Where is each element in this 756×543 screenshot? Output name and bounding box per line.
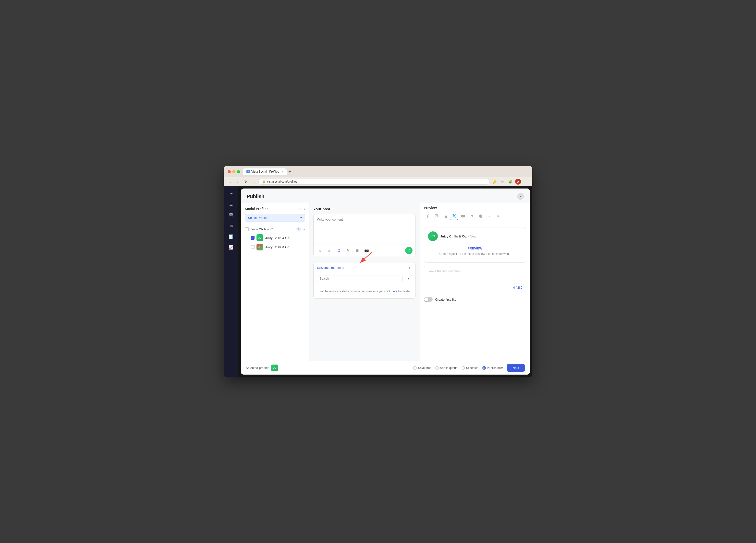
hashtag-button[interactable]: # bbox=[326, 247, 333, 254]
menu-icon[interactable]: ⋮ bbox=[523, 179, 529, 185]
preview-tab-youtube[interactable] bbox=[459, 212, 467, 220]
schedule-radio[interactable] bbox=[462, 366, 465, 370]
reload-button[interactable]: ↻ bbox=[243, 179, 249, 185]
mentions-search-input[interactable] bbox=[317, 275, 403, 282]
media-button[interactable]: ⊞ bbox=[354, 247, 361, 254]
profile-avatar-1: JC bbox=[256, 234, 263, 241]
mentions-title: Universal mentions bbox=[317, 266, 344, 270]
profiles-header: Social Profiles ⚌ ‹ bbox=[245, 207, 305, 211]
post-content-input[interactable] bbox=[314, 214, 415, 244]
comment-placeholder-text[interactable]: Leave the first comment bbox=[427, 269, 522, 284]
preview-tab-vimeo[interactable]: V bbox=[486, 212, 493, 220]
save-draft-option[interactable]: Save draft bbox=[413, 366, 431, 370]
save-draft-radio[interactable] bbox=[413, 366, 417, 370]
tab-close-icon[interactable]: × bbox=[281, 170, 283, 173]
browser-toolbar: ‹ › ↻ ⌂ 🔒 vistasocial.com/profiles 🔑 ☆ 🧩… bbox=[224, 177, 532, 186]
profile-checkbox-2[interactable] bbox=[251, 245, 255, 249]
sidebar-home-icon[interactable]: ✈ bbox=[227, 189, 235, 198]
preview-tab-google[interactable]: G bbox=[468, 212, 476, 220]
mentions-dropdown-button[interactable]: ▾ bbox=[405, 275, 412, 282]
preview-tab-reddit[interactable] bbox=[477, 212, 485, 220]
footer-actions: Save draft Add to queue Schedule Pu bbox=[413, 364, 525, 372]
filter-icon[interactable]: ⚌ bbox=[299, 207, 302, 211]
preview-account-info: JC Juicy Chills & Co. · Now bbox=[428, 231, 522, 241]
publish-now-radio[interactable] bbox=[482, 366, 486, 370]
active-tab[interactable]: VS Vista Social - Profiles × bbox=[243, 169, 287, 175]
profile-group-header: Juicy Chills & Co. 1 ∧ bbox=[245, 225, 305, 233]
back-button[interactable]: ‹ bbox=[227, 179, 233, 185]
tab-favicon: VS bbox=[246, 170, 250, 173]
preview-account-avatar: JC bbox=[428, 231, 438, 241]
comment-card: Leave the first comment 0 / 280 bbox=[424, 266, 526, 293]
new-tab-button[interactable]: + bbox=[289, 169, 291, 174]
sidebar-chart-icon[interactable]: 📊 bbox=[227, 232, 235, 241]
forward-button[interactable]: › bbox=[235, 179, 241, 185]
edit-button[interactable]: ✎ bbox=[344, 247, 351, 254]
preview-tab-twitter[interactable] bbox=[450, 212, 458, 220]
extensions-icon[interactable]: 🧩 bbox=[507, 179, 513, 185]
profile-name-2: Juicy Chills & Co. bbox=[265, 245, 305, 249]
mentions-create-link[interactable]: here bbox=[391, 289, 397, 293]
add-to-queue-label: Add to queue bbox=[440, 366, 457, 370]
app-sidebar: ✈ ☰ 🖼 ✉ 📊 📈 bbox=[224, 186, 238, 377]
minimize-traffic-light[interactable] bbox=[232, 170, 235, 173]
camera-button[interactable]: 📷 bbox=[363, 247, 370, 254]
star-icon[interactable]: ☆ bbox=[500, 179, 505, 185]
modal-title: Publish bbox=[247, 194, 264, 199]
profiles-panel-title: Social Profiles bbox=[245, 207, 268, 211]
preview-tab-pinterest[interactable]: P bbox=[494, 212, 502, 220]
collapse-icon[interactable]: ‹ bbox=[304, 207, 305, 211]
user-avatar[interactable]: A bbox=[515, 179, 521, 185]
emoji-button[interactable]: ☺ bbox=[317, 247, 323, 254]
address-bar[interactable]: 🔒 vistasocial.com/profiles bbox=[258, 179, 490, 185]
sidebar-stats-icon[interactable]: 📈 bbox=[227, 243, 235, 252]
lock-icon: 🔒 bbox=[262, 180, 266, 183]
post-tools: ☺ # @ ✎ ⊞ 📷 bbox=[317, 247, 370, 254]
preview-tab-linkedin[interactable] bbox=[441, 212, 449, 220]
schedule-option[interactable]: Schedule bbox=[462, 366, 478, 370]
account-separator: · bbox=[468, 235, 470, 238]
modal-close-button[interactable]: × bbox=[517, 193, 524, 200]
close-traffic-light[interactable] bbox=[228, 170, 231, 173]
save-draft-label: Save draft bbox=[418, 366, 431, 370]
profiles-controls: ⚌ ‹ bbox=[299, 207, 305, 211]
add-to-queue-option[interactable]: Add to queue bbox=[435, 366, 457, 370]
publish-now-option[interactable]: Publish now bbox=[482, 366, 503, 370]
browser-window: VS Vista Social - Profiles × + ‹ › ↻ ⌂ 🔒… bbox=[224, 166, 532, 377]
selected-profile-avatar: JC bbox=[271, 364, 278, 371]
preview-account-card: JC Juicy Chills & Co. · Now bbox=[424, 227, 526, 263]
preview-body: JC Juicy Chills & Co. · Now bbox=[420, 223, 530, 361]
next-button[interactable]: Next bbox=[507, 364, 525, 372]
home-button[interactable]: ⌂ bbox=[251, 179, 256, 185]
toolbar-actions: 🔑 ☆ 🧩 A ⋮ bbox=[492, 179, 529, 185]
mentions-empty-text: You have not created any universal menti… bbox=[319, 289, 391, 293]
group-chevron-icon[interactable]: ∧ bbox=[303, 228, 305, 231]
svg-rect-2 bbox=[435, 215, 438, 218]
mentions-section: Universal mentions + ▾ You have not crea… bbox=[313, 262, 416, 299]
tab-title: Vista Social - Profiles bbox=[251, 170, 279, 173]
select-profiles-dropdown[interactable]: Select Profiles · 1 ▾ bbox=[245, 214, 305, 222]
post-toolbar: ☺ # @ ✎ ⊞ 📷 ↺ bbox=[314, 245, 415, 256]
mention-button[interactable]: @ bbox=[335, 247, 342, 254]
preview-title: Preview bbox=[424, 206, 526, 210]
preview-tab-facebook[interactable] bbox=[424, 212, 432, 220]
selected-profiles-label: Selected profiles bbox=[246, 366, 269, 370]
dropdown-chevron-icon: ▾ bbox=[300, 216, 302, 220]
first-like-toggle[interactable] bbox=[424, 297, 433, 302]
add-to-queue-radio[interactable] bbox=[435, 366, 439, 370]
svg-point-7 bbox=[479, 215, 482, 218]
browser-content: ✈ ☰ 🖼 ✉ 📊 📈 Publish × Social bbox=[224, 186, 532, 377]
group-name: Juicy Chills & Co. bbox=[251, 228, 294, 231]
sidebar-mail-icon[interactable]: ✉ bbox=[227, 221, 235, 230]
preview-tab-instagram[interactable] bbox=[433, 212, 440, 220]
sidebar-image-icon[interactable]: 🖼 bbox=[227, 211, 235, 219]
sidebar-calendar-icon[interactable]: ☰ bbox=[227, 200, 235, 209]
post-editor: ☺ # @ ✎ ⊞ 📷 ↺ bbox=[313, 214, 416, 256]
modal-header: Publish × bbox=[241, 189, 530, 203]
add-mention-button[interactable]: + bbox=[407, 265, 412, 270]
account-time: Now bbox=[470, 235, 476, 238]
profile-checkbox-1[interactable]: ✓ bbox=[251, 236, 255, 240]
ai-generate-button[interactable]: ↺ bbox=[405, 247, 413, 254]
group-checkbox[interactable] bbox=[245, 227, 249, 231]
maximize-traffic-light[interactable] bbox=[237, 170, 240, 173]
